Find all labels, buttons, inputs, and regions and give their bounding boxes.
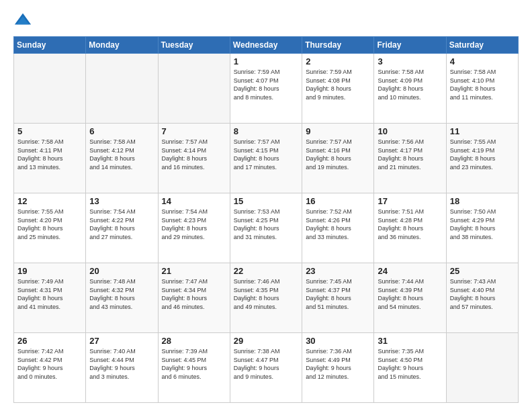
day-info: Sunrise: 7:55 AM Sunset: 4:19 PM Dayligh… bbox=[450, 138, 515, 171]
calendar-cell: 24Sunrise: 7:44 AM Sunset: 4:39 PM Dayli… bbox=[374, 263, 446, 333]
day-number: 26 bbox=[17, 336, 82, 346]
day-info: Sunrise: 7:58 AM Sunset: 4:10 PM Dayligh… bbox=[450, 68, 515, 101]
day-number: 29 bbox=[234, 336, 298, 346]
day-info: Sunrise: 7:45 AM Sunset: 4:37 PM Dayligh… bbox=[306, 277, 370, 311]
day-info: Sunrise: 7:52 AM Sunset: 4:26 PM Dayligh… bbox=[306, 208, 370, 241]
week-row-5: 26Sunrise: 7:42 AM Sunset: 4:42 PM Dayli… bbox=[14, 333, 519, 403]
calendar-cell: 10Sunrise: 7:56 AM Sunset: 4:17 PM Dayli… bbox=[374, 124, 446, 193]
day-number: 13 bbox=[89, 196, 154, 206]
weekday-header-wednesday: Wednesday bbox=[230, 37, 302, 54]
day-info: Sunrise: 7:56 AM Sunset: 4:17 PM Dayligh… bbox=[378, 138, 442, 171]
day-number: 18 bbox=[450, 196, 515, 206]
day-number: 11 bbox=[450, 126, 515, 136]
calendar-cell bbox=[86, 54, 158, 124]
weekday-header-thursday: Thursday bbox=[302, 37, 374, 54]
day-info: Sunrise: 7:43 AM Sunset: 4:40 PM Dayligh… bbox=[450, 277, 515, 311]
calendar-cell: 12Sunrise: 7:55 AM Sunset: 4:20 PM Dayli… bbox=[14, 193, 86, 263]
day-info: Sunrise: 7:59 AM Sunset: 4:08 PM Dayligh… bbox=[306, 68, 370, 101]
calendar-cell: 5Sunrise: 7:58 AM Sunset: 4:11 PM Daylig… bbox=[14, 124, 86, 193]
calendar-cell: 25Sunrise: 7:43 AM Sunset: 4:40 PM Dayli… bbox=[446, 263, 518, 333]
calendar-cell: 11Sunrise: 7:55 AM Sunset: 4:19 PM Dayli… bbox=[446, 124, 518, 193]
day-number: 4 bbox=[450, 56, 515, 66]
calendar-cell: 31Sunrise: 7:35 AM Sunset: 4:50 PM Dayli… bbox=[374, 333, 446, 403]
day-number: 25 bbox=[450, 266, 515, 276]
day-info: Sunrise: 7:42 AM Sunset: 4:42 PM Dayligh… bbox=[17, 347, 82, 381]
calendar-cell: 27Sunrise: 7:40 AM Sunset: 4:44 PM Dayli… bbox=[86, 333, 158, 403]
day-info: Sunrise: 7:46 AM Sunset: 4:35 PM Dayligh… bbox=[234, 277, 298, 311]
calendar-cell: 17Sunrise: 7:51 AM Sunset: 4:28 PM Dayli… bbox=[374, 193, 446, 263]
calendar-cell: 18Sunrise: 7:50 AM Sunset: 4:29 PM Dayli… bbox=[446, 193, 518, 263]
weekday-header-row: SundayMondayTuesdayWednesdayThursdayFrid… bbox=[14, 37, 519, 54]
calendar-cell: 8Sunrise: 7:57 AM Sunset: 4:15 PM Daylig… bbox=[230, 124, 302, 193]
day-info: Sunrise: 7:35 AM Sunset: 4:50 PM Dayligh… bbox=[378, 347, 442, 381]
day-number: 17 bbox=[378, 196, 442, 206]
week-row-2: 5Sunrise: 7:58 AM Sunset: 4:11 PM Daylig… bbox=[14, 124, 519, 193]
calendar-table: SundayMondayTuesdayWednesdayThursdayFrid… bbox=[13, 36, 519, 403]
day-info: Sunrise: 7:57 AM Sunset: 4:14 PM Dayligh… bbox=[162, 138, 226, 171]
calendar-cell: 23Sunrise: 7:45 AM Sunset: 4:37 PM Dayli… bbox=[302, 263, 374, 333]
day-info: Sunrise: 7:54 AM Sunset: 4:23 PM Dayligh… bbox=[162, 208, 226, 241]
calendar-cell: 19Sunrise: 7:49 AM Sunset: 4:31 PM Dayli… bbox=[14, 263, 86, 333]
day-number: 20 bbox=[89, 266, 154, 276]
calendar-cell: 30Sunrise: 7:36 AM Sunset: 4:49 PM Dayli… bbox=[302, 333, 374, 403]
day-info: Sunrise: 7:50 AM Sunset: 4:29 PM Dayligh… bbox=[450, 208, 515, 241]
day-number: 6 bbox=[89, 126, 154, 136]
weekday-header-saturday: Saturday bbox=[446, 37, 518, 54]
day-number: 12 bbox=[17, 196, 82, 206]
day-info: Sunrise: 7:59 AM Sunset: 4:07 PM Dayligh… bbox=[234, 68, 298, 101]
day-info: Sunrise: 7:36 AM Sunset: 4:49 PM Dayligh… bbox=[306, 347, 370, 381]
week-row-1: 1Sunrise: 7:59 AM Sunset: 4:07 PM Daylig… bbox=[14, 54, 519, 124]
calendar-cell bbox=[446, 333, 518, 403]
day-number: 19 bbox=[17, 266, 82, 276]
calendar-cell: 20Sunrise: 7:48 AM Sunset: 4:32 PM Dayli… bbox=[86, 263, 158, 333]
day-number: 15 bbox=[234, 196, 298, 206]
day-number: 28 bbox=[162, 336, 226, 346]
day-number: 5 bbox=[17, 126, 82, 136]
day-number: 23 bbox=[306, 266, 370, 276]
weekday-header-friday: Friday bbox=[374, 37, 446, 54]
day-number: 16 bbox=[306, 196, 370, 206]
day-info: Sunrise: 7:55 AM Sunset: 4:20 PM Dayligh… bbox=[17, 208, 82, 241]
day-info: Sunrise: 7:40 AM Sunset: 4:44 PM Dayligh… bbox=[89, 347, 154, 381]
day-number: 2 bbox=[306, 56, 370, 66]
day-number: 24 bbox=[378, 266, 442, 276]
day-info: Sunrise: 7:53 AM Sunset: 4:25 PM Dayligh… bbox=[234, 208, 298, 241]
page: SundayMondayTuesdayWednesdayThursdayFrid… bbox=[0, 0, 532, 411]
calendar-cell: 9Sunrise: 7:57 AM Sunset: 4:16 PM Daylig… bbox=[302, 124, 374, 193]
day-info: Sunrise: 7:44 AM Sunset: 4:39 PM Dayligh… bbox=[378, 277, 442, 311]
day-number: 10 bbox=[378, 126, 442, 136]
day-info: Sunrise: 7:48 AM Sunset: 4:32 PM Dayligh… bbox=[89, 277, 154, 311]
weekday-header-tuesday: Tuesday bbox=[158, 37, 230, 54]
day-number: 8 bbox=[234, 126, 298, 136]
week-row-3: 12Sunrise: 7:55 AM Sunset: 4:20 PM Dayli… bbox=[14, 193, 519, 263]
day-info: Sunrise: 7:58 AM Sunset: 4:11 PM Dayligh… bbox=[17, 138, 82, 171]
calendar-cell: 29Sunrise: 7:38 AM Sunset: 4:47 PM Dayli… bbox=[230, 333, 302, 403]
calendar-cell: 22Sunrise: 7:46 AM Sunset: 4:35 PM Dayli… bbox=[230, 263, 302, 333]
header bbox=[13, 11, 519, 30]
day-info: Sunrise: 7:49 AM Sunset: 4:31 PM Dayligh… bbox=[17, 277, 82, 311]
day-info: Sunrise: 7:57 AM Sunset: 4:16 PM Dayligh… bbox=[306, 138, 370, 171]
day-number: 1 bbox=[234, 56, 298, 66]
day-number: 21 bbox=[162, 266, 226, 276]
calendar-cell: 13Sunrise: 7:54 AM Sunset: 4:22 PM Dayli… bbox=[86, 193, 158, 263]
logo bbox=[13, 11, 35, 30]
calendar-cell: 14Sunrise: 7:54 AM Sunset: 4:23 PM Dayli… bbox=[158, 193, 230, 263]
day-info: Sunrise: 7:47 AM Sunset: 4:34 PM Dayligh… bbox=[162, 277, 226, 311]
calendar-cell: 2Sunrise: 7:59 AM Sunset: 4:08 PM Daylig… bbox=[302, 54, 374, 124]
calendar-cell: 26Sunrise: 7:42 AM Sunset: 4:42 PM Dayli… bbox=[14, 333, 86, 403]
calendar-cell: 21Sunrise: 7:47 AM Sunset: 4:34 PM Dayli… bbox=[158, 263, 230, 333]
calendar-cell: 6Sunrise: 7:58 AM Sunset: 4:12 PM Daylig… bbox=[86, 124, 158, 193]
logo-icon bbox=[13, 11, 32, 30]
calendar-cell: 28Sunrise: 7:39 AM Sunset: 4:45 PM Dayli… bbox=[158, 333, 230, 403]
calendar-cell: 15Sunrise: 7:53 AM Sunset: 4:25 PM Dayli… bbox=[230, 193, 302, 263]
weekday-header-sunday: Sunday bbox=[14, 37, 86, 54]
day-number: 31 bbox=[378, 336, 442, 346]
day-number: 30 bbox=[306, 336, 370, 346]
day-info: Sunrise: 7:54 AM Sunset: 4:22 PM Dayligh… bbox=[89, 208, 154, 241]
day-number: 3 bbox=[378, 56, 442, 66]
calendar-cell bbox=[158, 54, 230, 124]
day-info: Sunrise: 7:38 AM Sunset: 4:47 PM Dayligh… bbox=[234, 347, 298, 381]
day-info: Sunrise: 7:51 AM Sunset: 4:28 PM Dayligh… bbox=[378, 208, 442, 241]
day-number: 14 bbox=[162, 196, 226, 206]
calendar-cell: 7Sunrise: 7:57 AM Sunset: 4:14 PM Daylig… bbox=[158, 124, 230, 193]
